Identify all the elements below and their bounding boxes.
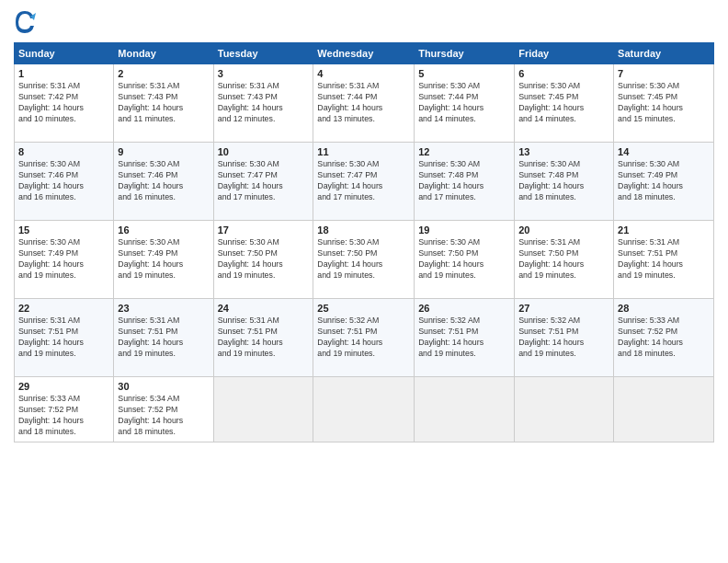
day-number: 29 <box>18 381 109 392</box>
calendar-cell: 10Sunrise: 5:30 AMSunset: 7:47 PMDayligh… <box>213 143 313 221</box>
calendar-cell: 17Sunrise: 5:30 AMSunset: 7:50 PMDayligh… <box>213 221 313 299</box>
day-number: 3 <box>218 68 310 79</box>
day-info: Sunrise: 5:30 AMSunset: 7:46 PMDaylight:… <box>118 159 209 203</box>
day-info: Sunrise: 5:31 AMSunset: 7:51 PMDaylight:… <box>618 237 710 282</box>
calendar-header-sunday: Sunday <box>15 43 114 64</box>
day-info: Sunrise: 5:31 AMSunset: 7:44 PMDaylight:… <box>317 81 410 125</box>
day-number: 26 <box>418 303 510 314</box>
calendar-header-row: SundayMondayTuesdayWednesdayThursdayFrid… <box>15 43 714 64</box>
day-info: Sunrise: 5:30 AMSunset: 7:45 PMDaylight:… <box>518 81 609 125</box>
calendar-cell: 20Sunrise: 5:31 AMSunset: 7:50 PMDayligh… <box>515 221 614 299</box>
calendar-cell <box>213 377 313 442</box>
day-number: 7 <box>618 68 710 79</box>
day-number: 1 <box>18 68 109 79</box>
calendar-cell: 12Sunrise: 5:30 AMSunset: 7:48 PMDayligh… <box>415 143 515 221</box>
day-info: Sunrise: 5:31 AMSunset: 7:51 PMDaylight:… <box>18 316 109 360</box>
day-number: 11 <box>317 146 410 157</box>
calendar-cell: 23Sunrise: 5:31 AMSunset: 7:51 PMDayligh… <box>114 299 213 377</box>
day-number: 30 <box>118 381 209 392</box>
day-number: 22 <box>18 303 109 314</box>
day-number: 18 <box>317 224 410 236</box>
day-info: Sunrise: 5:33 AMSunset: 7:52 PMDaylight:… <box>618 316 710 360</box>
calendar-cell <box>415 377 515 442</box>
calendar-cell: 4Sunrise: 5:31 AMSunset: 7:44 PMDaylight… <box>313 64 415 143</box>
calendar-cell: 28Sunrise: 5:33 AMSunset: 7:52 PMDayligh… <box>614 299 714 377</box>
day-number: 2 <box>118 68 209 79</box>
day-info: Sunrise: 5:30 AMSunset: 7:47 PMDaylight:… <box>218 159 310 203</box>
day-info: Sunrise: 5:30 AMSunset: 7:49 PMDaylight:… <box>118 237 209 282</box>
day-info: Sunrise: 5:30 AMSunset: 7:50 PMDaylight:… <box>418 237 510 282</box>
day-number: 28 <box>618 303 710 314</box>
day-info: Sunrise: 5:30 AMSunset: 7:46 PMDaylight:… <box>18 159 109 203</box>
day-number: 12 <box>418 146 510 157</box>
day-info: Sunrise: 5:34 AMSunset: 7:52 PMDaylight:… <box>118 394 209 438</box>
calendar-cell: 26Sunrise: 5:32 AMSunset: 7:51 PMDayligh… <box>415 299 515 377</box>
day-number: 25 <box>317 303 410 314</box>
calendar-cell: 1Sunrise: 5:31 AMSunset: 7:42 PMDaylight… <box>15 64 114 143</box>
calendar-cell: 30Sunrise: 5:34 AMSunset: 7:52 PMDayligh… <box>114 377 213 442</box>
logo <box>14 9 39 35</box>
day-number: 4 <box>317 68 410 79</box>
calendar-cell <box>515 377 614 442</box>
day-number: 16 <box>118 224 209 236</box>
calendar-cell: 19Sunrise: 5:30 AMSunset: 7:50 PMDayligh… <box>415 221 515 299</box>
calendar-header-thursday: Thursday <box>415 43 515 64</box>
day-info: Sunrise: 5:30 AMSunset: 7:49 PMDaylight:… <box>618 159 710 203</box>
calendar-cell: 9Sunrise: 5:30 AMSunset: 7:46 PMDaylight… <box>114 143 213 221</box>
day-info: Sunrise: 5:31 AMSunset: 7:43 PMDaylight:… <box>118 81 209 125</box>
day-number: 8 <box>18 146 109 157</box>
calendar-cell: 25Sunrise: 5:32 AMSunset: 7:51 PMDayligh… <box>313 299 415 377</box>
day-number: 13 <box>518 146 609 157</box>
page: SundayMondayTuesdayWednesdayThursdayFrid… <box>0 0 728 563</box>
calendar-cell: 24Sunrise: 5:31 AMSunset: 7:51 PMDayligh… <box>213 299 313 377</box>
calendar-header-saturday: Saturday <box>614 43 714 64</box>
day-number: 6 <box>518 68 609 79</box>
calendar-cell: 2Sunrise: 5:31 AMSunset: 7:43 PMDaylight… <box>114 64 213 143</box>
day-number: 9 <box>118 146 209 157</box>
day-number: 24 <box>218 303 310 314</box>
day-info: Sunrise: 5:30 AMSunset: 7:48 PMDaylight:… <box>518 159 609 203</box>
day-info: Sunrise: 5:30 AMSunset: 7:50 PMDaylight:… <box>317 237 410 282</box>
day-info: Sunrise: 5:31 AMSunset: 7:43 PMDaylight:… <box>218 81 310 125</box>
calendar-cell: 11Sunrise: 5:30 AMSunset: 7:47 PMDayligh… <box>313 143 415 221</box>
day-info: Sunrise: 5:31 AMSunset: 7:42 PMDaylight:… <box>18 81 109 125</box>
calendar-cell: 3Sunrise: 5:31 AMSunset: 7:43 PMDaylight… <box>213 64 313 143</box>
day-number: 23 <box>118 303 209 314</box>
calendar-cell: 15Sunrise: 5:30 AMSunset: 7:49 PMDayligh… <box>15 221 114 299</box>
day-number: 5 <box>418 68 510 79</box>
day-info: Sunrise: 5:32 AMSunset: 7:51 PMDaylight:… <box>418 316 510 360</box>
calendar-table: SundayMondayTuesdayWednesdayThursdayFrid… <box>14 42 714 442</box>
day-info: Sunrise: 5:30 AMSunset: 7:49 PMDaylight:… <box>18 237 109 282</box>
calendar-cell: 5Sunrise: 5:30 AMSunset: 7:44 PMDaylight… <box>415 64 515 143</box>
calendar-cell: 13Sunrise: 5:30 AMSunset: 7:48 PMDayligh… <box>515 143 614 221</box>
calendar-cell: 29Sunrise: 5:33 AMSunset: 7:52 PMDayligh… <box>15 377 114 442</box>
calendar-cell <box>614 377 714 442</box>
calendar-header-monday: Monday <box>114 43 213 64</box>
day-info: Sunrise: 5:30 AMSunset: 7:47 PMDaylight:… <box>317 159 410 203</box>
day-info: Sunrise: 5:31 AMSunset: 7:51 PMDaylight:… <box>218 316 310 360</box>
calendar-cell: 27Sunrise: 5:32 AMSunset: 7:51 PMDayligh… <box>515 299 614 377</box>
day-info: Sunrise: 5:30 AMSunset: 7:44 PMDaylight:… <box>418 81 510 125</box>
day-number: 19 <box>418 224 510 236</box>
calendar-cell: 8Sunrise: 5:30 AMSunset: 7:46 PMDaylight… <box>15 143 114 221</box>
day-number: 15 <box>18 224 109 236</box>
calendar-cell: 6Sunrise: 5:30 AMSunset: 7:45 PMDaylight… <box>515 64 614 143</box>
day-info: Sunrise: 5:32 AMSunset: 7:51 PMDaylight:… <box>317 316 410 360</box>
day-number: 27 <box>518 303 609 314</box>
calendar-header-tuesday: Tuesday <box>213 43 313 64</box>
day-number: 21 <box>618 224 710 236</box>
calendar-cell: 22Sunrise: 5:31 AMSunset: 7:51 PMDayligh… <box>15 299 114 377</box>
day-number: 17 <box>218 224 310 236</box>
calendar-cell: 14Sunrise: 5:30 AMSunset: 7:49 PMDayligh… <box>614 143 714 221</box>
day-info: Sunrise: 5:30 AMSunset: 7:45 PMDaylight:… <box>618 81 710 125</box>
day-info: Sunrise: 5:30 AMSunset: 7:50 PMDaylight:… <box>218 237 310 282</box>
day-info: Sunrise: 5:31 AMSunset: 7:51 PMDaylight:… <box>118 316 209 360</box>
calendar-cell: 7Sunrise: 5:30 AMSunset: 7:45 PMDaylight… <box>614 64 714 143</box>
logo-icon <box>14 9 36 35</box>
day-info: Sunrise: 5:31 AMSunset: 7:50 PMDaylight:… <box>518 237 609 282</box>
day-number: 14 <box>618 146 710 157</box>
calendar-cell: 21Sunrise: 5:31 AMSunset: 7:51 PMDayligh… <box>614 221 714 299</box>
calendar-header-friday: Friday <box>515 43 614 64</box>
day-info: Sunrise: 5:33 AMSunset: 7:52 PMDaylight:… <box>18 394 109 438</box>
day-number: 20 <box>518 224 609 236</box>
